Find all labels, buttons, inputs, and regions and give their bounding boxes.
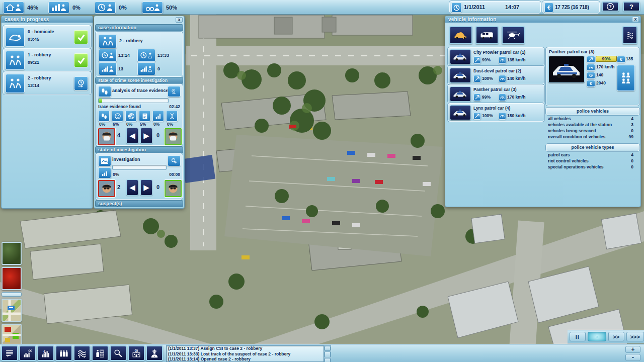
type-label: patrol cars (548, 152, 570, 157)
business-security-icon[interactable] (48, 2, 69, 14)
cases-window-title: cases in progress (2, 16, 93, 23)
close-icon[interactable]: x (632, 17, 639, 22)
add-csi-arrow-button[interactable]: ▶ (140, 128, 152, 144)
patrol-time-value: 0% (119, 5, 127, 11)
staff-management-button[interactable] (92, 345, 109, 361)
search-button[interactable] (110, 345, 127, 361)
case-solved-icon[interactable] (74, 53, 88, 67)
case-opened-clock-icon (99, 49, 117, 62)
scroll-down-icon[interactable] (325, 358, 331, 362)
zoom-in-button[interactable]: + (625, 346, 640, 353)
residential-security-icon[interactable] (3, 2, 24, 14)
map-layer-streets-thumb[interactable] (2, 299, 22, 322)
clues-chart-icon (99, 62, 117, 75)
play-button[interactable]: > (588, 332, 606, 341)
summary-value: 4 (631, 116, 633, 121)
map-layer-heatmap-thumb[interactable] (2, 267, 22, 290)
arrest-rate-icon[interactable] (142, 2, 163, 14)
investigation-timer: 00:00 (169, 172, 180, 177)
police-vehicles-rows: all vehicles4 vehicles available at the … (546, 116, 638, 140)
pause-button[interactable]: II (570, 332, 586, 341)
price-euro-icon: € (587, 80, 595, 87)
suspect-clock-icon (137, 49, 155, 62)
scroll-up-icon[interactable] (325, 346, 331, 351)
time-controls: II > >> >>> (568, 330, 644, 343)
investigation-progress-value: 0% (113, 172, 119, 177)
vehicle-row-dust-devil[interactable]: Dust-devil patrol car (2) 100% 140 km/h (448, 66, 544, 84)
face-trace-icon[interactable] (112, 110, 123, 122)
tab-patrol-cars[interactable] (449, 26, 472, 44)
investigation-box: investigation 0% 00:00 2 ◀ ▶ 0 (96, 153, 183, 200)
police-station-button[interactable]: P (128, 345, 145, 361)
vehicle-detail-condition: 99% (596, 56, 617, 62)
patrol-car-thumb (450, 86, 471, 102)
svg-text:P: P (135, 349, 137, 352)
case-in-progress-icon[interactable] (74, 76, 88, 90)
case-label: 2 - robbery (119, 38, 143, 43)
vehicle-detail-image (548, 56, 585, 83)
vehicle-name: City Prowler patrol car (1) (473, 50, 525, 55)
crime-statistics-button[interactable] (19, 345, 36, 361)
scroll-thumb[interactable] (325, 351, 331, 357)
remove-investigator-arrow-button[interactable]: ◀ (126, 179, 138, 196)
fast-forward-button[interactable]: >> (608, 332, 624, 341)
investigator-assigned-portrait (98, 180, 115, 197)
map-layer-satellite-thumb[interactable] (2, 242, 22, 265)
fingerprint-trace-icon[interactable] (125, 110, 137, 122)
trace-value: 6% (113, 122, 119, 127)
vehicle-row-city-prowler[interactable]: City Prowler patrol car (1) 99% 135 km/h (448, 47, 544, 66)
officer-button[interactable] (146, 345, 163, 361)
investigation-search-button[interactable] (168, 155, 181, 166)
vehicle-row-lynx[interactable]: Lynx patrol car (4) 100% 180 km/h (448, 103, 544, 122)
bottom-toolbar: € P (1/1/2011 13:37) Assign CSI to case … (0, 344, 644, 362)
log-line: (1/1/2011 13:14) Opened case 2 - robbery (167, 356, 324, 362)
help-button[interactable]: ? (623, 2, 640, 12)
ballistics-trace-icon[interactable] (152, 110, 164, 122)
tutorial-button[interactable]: ? (602, 2, 619, 12)
vehicles-overview-button[interactable] (622, 26, 637, 44)
case-label: 0 - homicide (28, 29, 54, 34)
seats-button[interactable] (617, 65, 635, 91)
csi-speed-up-button[interactable] (168, 86, 181, 97)
vehicle-condition: 99% (482, 57, 491, 62)
vehicle-detail-speed: 170 km/h (596, 64, 614, 69)
speed-icon (499, 112, 506, 120)
time-text: 14:07 (505, 4, 519, 10)
event-log-button[interactable] (1, 345, 18, 361)
document-trace-icon[interactable] (139, 110, 150, 122)
close-icon[interactable]: x (176, 17, 183, 23)
patrol-time-icon[interactable] (95, 2, 116, 14)
tab-helicopters[interactable] (502, 26, 525, 44)
finance-statistics-button[interactable]: € (37, 345, 54, 361)
case-row-robbery-2[interactable]: 2 - robbery 13:14 (3, 71, 91, 95)
case-solved-icon[interactable] (74, 30, 88, 44)
vehicle-condition: 100% (482, 113, 493, 118)
footprint-trace-icon[interactable] (98, 110, 110, 122)
fastest-forward-button[interactable]: >>> (626, 332, 644, 341)
log-scrollbar[interactable] (324, 345, 331, 362)
csi-available-portrait (165, 128, 182, 145)
event-log[interactable]: (1/1/2011 13:37) Assign CSI to case 2 - … (166, 345, 324, 362)
patrol-car-thumb (450, 68, 471, 83)
layer-slider[interactable] (2, 292, 22, 297)
case-row-robbery-1[interactable]: 1 - robbery 09:21 (3, 48, 91, 71)
vehicle-detail-box: Panther patrol car (3) 99% 170 km/h 140 … (546, 47, 639, 106)
remove-csi-arrow-button[interactable]: ◀ (126, 128, 138, 144)
police-vehicles-header: police vehicles (546, 108, 639, 115)
condition-icon (473, 112, 481, 120)
vehicle-speed: 170 km/h (507, 95, 525, 100)
tab-vans[interactable] (475, 26, 499, 44)
vehicle-name: Lynx patrol car (4) (473, 106, 510, 111)
trace-timer: 02:42 (169, 104, 180, 109)
case-row-homicide[interactable]: 0 - homicide 03:45 (3, 25, 91, 48)
game-screen: 46% 0% 0% 50% 1/1/2011 14:07 (0, 0, 644, 362)
add-investigator-arrow-button[interactable]: ▶ (140, 179, 152, 196)
investigators-assigned-count: 2 (117, 184, 120, 190)
vehicle-condition: 99% (482, 95, 491, 100)
speed-icon (587, 64, 595, 71)
personnel-button[interactable] (55, 345, 72, 361)
vehicle-row-panther[interactable]: Panther patrol car (3) 99% 170 km/h (448, 84, 544, 103)
dna-trace-icon[interactable] (166, 110, 178, 122)
vehicles-button[interactable] (73, 345, 91, 361)
zoom-out-button[interactable]: - (625, 354, 640, 361)
